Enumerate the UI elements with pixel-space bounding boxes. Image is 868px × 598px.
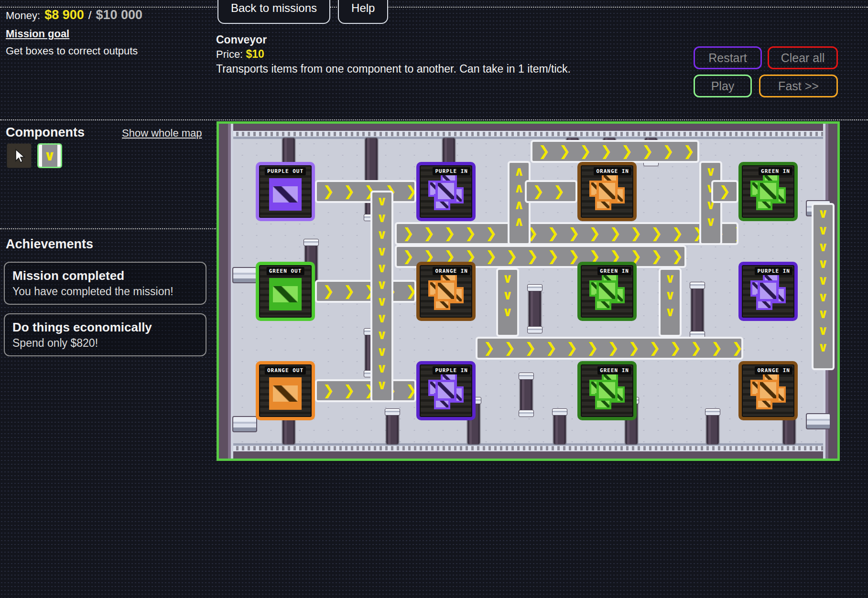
component-palette: ∨ [7, 143, 62, 168]
machine-label: PURPLE IN [433, 167, 470, 175]
wall-pillar [520, 374, 532, 415]
money-total: $10 000 [96, 8, 142, 22]
crate-icon [269, 278, 302, 310]
achievement-card-mission-completed: Mission completed You have completed the… [4, 262, 206, 305]
price-value: $10 [246, 48, 264, 60]
tool-description: Transports items from one component to a… [216, 62, 694, 76]
conveyor-belt[interactable]: ❯❯ [525, 180, 577, 203]
conveyor-belt[interactable]: ❯❯❯❯❯❯❯❯❯❯❯❯❯❯❯ [476, 337, 743, 360]
components-title: Components [6, 125, 85, 140]
mission-goal-title: Mission goal [6, 28, 69, 40]
conveyor-belt[interactable]: ❯❯❯❯❯❯❯❯❯ [531, 140, 699, 163]
machine-label: ORANGE IN [594, 167, 631, 175]
machine-green-in[interactable]: GREEN IN [577, 361, 637, 420]
top-wall-rail [219, 124, 837, 139]
fast-forward-button[interactable]: Fast >> [759, 75, 838, 97]
restart-button[interactable]: Restart [694, 46, 762, 69]
clear-all-button[interactable]: Clear all [768, 46, 838, 69]
conveyor-belt[interactable]: ❯❯❯❯❯ [315, 280, 416, 303]
money-current: $8 900 [44, 8, 84, 22]
show-whole-map-link[interactable]: Show whole map [122, 127, 202, 139]
machine-label: PURPLE IN [433, 366, 470, 374]
achievement-title: Mission completed [12, 268, 198, 283]
machine-label: GREEN IN [597, 267, 631, 275]
conveyor-belt[interactable]: ∨∨∨ [496, 268, 519, 337]
price-label: Price: [216, 48, 243, 60]
achievement-title: Do things economically [12, 320, 198, 335]
crate-icon [435, 280, 456, 301]
wall-pillar [386, 410, 399, 444]
conveyor-belt[interactable]: ∨∨∨∨ [699, 161, 722, 245]
conveyor-belt[interactable]: ∨∨∨∨∨∨∨∨∨∨∨∨ [370, 191, 393, 402]
crate-icon [758, 380, 779, 401]
crate-icon [269, 377, 302, 410]
crate-icon [435, 380, 456, 401]
machine-purple-out[interactable]: PURPLE OUT [256, 162, 315, 221]
game-map[interactable]: ❯❯❯❯❯❯❯❯❯❯❯❯❯❯❯∨∨∨∨∨∨∨∨∨∨∨∨❯❯❯❯❯❯❯❯❯❯❯❯❯… [217, 121, 840, 461]
app-root: { "topbar": { "money_label": "Money:", "… [0, 0, 868, 598]
wall-stub [232, 416, 257, 432]
achievement-card-economical: Do things economically Spend only $820! [4, 313, 206, 356]
play-button[interactable]: Play [694, 75, 752, 97]
wall-stub [232, 267, 257, 283]
conveyor-belt[interactable]: ❯❯❯❯❯ [315, 180, 416, 203]
machine-label: GREEN IN [759, 167, 792, 175]
machine-purple-in[interactable]: PURPLE IN [416, 361, 476, 420]
conveyor-belt[interactable]: ∨∨∨∨∨∨∨∨∨ [812, 203, 835, 370]
machine-label: PURPLE OUT [265, 167, 306, 175]
top-buttons: Back to missions Help [217, 0, 388, 24]
tool-name: Conveyor [216, 32, 694, 47]
crate-icon [597, 380, 618, 401]
conveyor-belt[interactable]: ❯❯❯❯❯ [315, 379, 416, 402]
achievement-desc: Spend only $820! [12, 337, 198, 350]
crate-icon [758, 280, 779, 301]
conveyor-tool-button[interactable]: ∨ [37, 143, 62, 168]
achievements-title: Achievements [6, 237, 93, 252]
wall-pillar [706, 410, 719, 444]
selected-tool-info: Conveyor Price: $10 Transports items fro… [216, 32, 694, 76]
tool-price-line: Price: $10 [216, 47, 694, 62]
conveyor-belt[interactable]: ∧∧∧∧ [508, 161, 531, 245]
money-label: Money: [6, 10, 40, 22]
sidebar-divider [0, 228, 216, 229]
crate-icon [597, 280, 618, 301]
machine-label: ORANGE IN [433, 267, 470, 275]
machine-orange-in[interactable]: ORANGE IN [738, 361, 798, 420]
machine-purple-in[interactable]: PURPLE IN [738, 262, 798, 321]
conveyor-belt[interactable]: ∨∨∨ [659, 268, 682, 337]
machine-green-in[interactable]: GREEN IN [738, 162, 798, 221]
crate-icon [758, 181, 779, 202]
mission-goal-text: Get boxes to correct outputs [6, 45, 138, 57]
machine-label: GREEN OUT [267, 267, 304, 275]
wall-pillar [553, 410, 566, 444]
crate-icon [435, 181, 456, 202]
money-separator: / [88, 9, 92, 22]
machine-label: PURPLE IN [755, 267, 792, 275]
header-divider [0, 119, 868, 120]
machine-orange-out[interactable]: ORANGE OUT [256, 361, 315, 420]
cursor-icon [11, 148, 27, 163]
conveyor-belt[interactable]: ❯❯❯❯❯❯❯❯❯❯❯❯❯❯❯❯❯❯❯ [395, 222, 738, 245]
wall-pillar [691, 284, 704, 336]
machine-label: ORANGE OUT [265, 366, 306, 374]
machine-label: ORANGE IN [755, 366, 792, 374]
back-to-missions-button[interactable]: Back to missions [217, 0, 330, 24]
left-wall [219, 124, 233, 459]
conveyor-belt[interactable]: ❯ [711, 180, 738, 203]
machine-green-out[interactable]: GREEN OUT [256, 262, 315, 321]
money-line: Money: $8 900 / $10 000 [6, 8, 142, 22]
cursor-tool-button[interactable] [7, 143, 32, 168]
machine-orange-in[interactable]: ORANGE IN [416, 262, 476, 321]
crate-icon [269, 178, 302, 211]
wall-pillar [529, 286, 541, 331]
crate-icon [597, 181, 618, 202]
machine-orange-in[interactable]: ORANGE IN [577, 162, 637, 221]
bottom-wall-rail [219, 443, 837, 459]
achievement-desc: You have completed the mission! [12, 285, 198, 298]
wall-stub [806, 413, 831, 429]
machine-purple-in[interactable]: PURPLE IN [416, 162, 476, 221]
machine-green-in[interactable]: GREEN IN [577, 262, 637, 321]
machine-label: GREEN IN [597, 366, 631, 374]
help-button[interactable]: Help [338, 0, 388, 24]
